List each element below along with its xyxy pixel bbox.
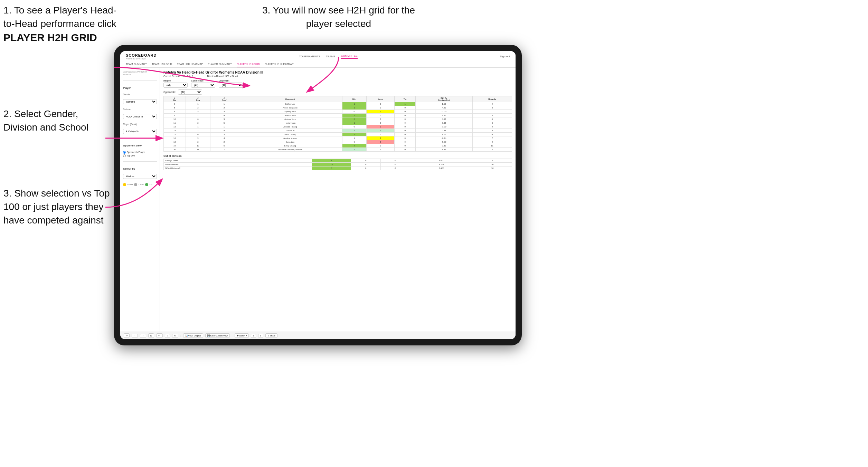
filter-region: Region (All) xyxy=(163,79,188,88)
cell-rounds: 4 xyxy=(472,133,512,136)
cell-loss: 1 xyxy=(366,110,395,114)
toolbar-grid[interactable]: ⊞ xyxy=(148,333,154,338)
cell-div: 3 xyxy=(164,102,186,106)
nav-committee[interactable]: COMMITTEE xyxy=(341,54,358,59)
cell-reg: 8 xyxy=(186,133,210,136)
cell-win: 0 xyxy=(342,125,366,129)
conference-filter-select[interactable]: (All) xyxy=(191,83,215,88)
legend-level-dot xyxy=(134,183,137,186)
radio-top100[interactable]: Top 100 xyxy=(123,154,157,157)
cell-tie: 0 xyxy=(395,133,416,136)
out-cell-diff: 7.400 xyxy=(410,166,473,170)
subnav-player-h2h-grid[interactable]: PLAYER H2H GRID xyxy=(237,63,260,67)
region-filter-select[interactable]: (All) xyxy=(163,83,188,88)
cell-rounds: 4 xyxy=(472,117,512,121)
colour-legend: Down Level Up xyxy=(123,183,157,186)
table-row: 14 7 4 Eunice Yi 2 2 0 0.38 9 xyxy=(164,129,512,133)
opponents-select[interactable]: (All) xyxy=(178,89,202,95)
table-row: 20 11 7 Federica Domecq Lacroze 2 1 0 1.… xyxy=(164,148,512,152)
cell-loss: 0 xyxy=(366,114,395,117)
cell-div: 18 xyxy=(164,140,186,144)
table-row: 13 1 1 Jessica Huang 0 1 0 -3.00 2 xyxy=(164,125,512,129)
cell-rounds: 2 xyxy=(472,140,512,144)
cell-loss: 0 xyxy=(366,133,395,136)
cell-diff: 0.38 xyxy=(415,129,472,133)
toolbar-circle[interactable]: ○ xyxy=(165,334,170,338)
cell-rounds xyxy=(472,110,512,114)
division-select[interactable]: NCAA Division III xyxy=(123,114,157,119)
cell-diff: 3.33 xyxy=(415,121,472,125)
legend-down-dot xyxy=(123,183,126,186)
cell-win: 4 xyxy=(342,144,366,148)
toolbar-timer[interactable]: ⏱ xyxy=(172,334,178,338)
nav-tournaments[interactable]: TOURNAMENTS xyxy=(299,55,320,58)
th-diff: Diff AvStrokes/Rnd xyxy=(415,96,472,102)
opponent-label: Opponent xyxy=(219,79,243,82)
cell-opponent: Sydney Kuo xyxy=(238,110,342,114)
logo-title: SCOREBOARD xyxy=(126,53,157,57)
sign-out[interactable]: Sign out xyxy=(500,55,510,58)
out-cell-loss: 0 xyxy=(351,163,380,166)
out-table-row: NAIA Division 1 15 0 0 9.267 30 xyxy=(164,163,512,166)
cell-div: 16 xyxy=(164,136,186,140)
sidebar-timestamp: Last Updated: 27/03/2024 16:55:38 xyxy=(123,70,157,76)
radio-opponents-played[interactable]: Opponents Played xyxy=(123,151,157,154)
out-cell-name: NAIA Division 1 xyxy=(164,163,312,166)
toolbar-share[interactable]: ⇧ Share xyxy=(265,333,277,338)
subnav-team-h2h-grid[interactable]: TEAM H2H GRID xyxy=(152,63,172,67)
cell-win: 2 xyxy=(342,148,366,152)
sidebar-opponent-view-label: Opponent view xyxy=(123,144,157,147)
cell-opponent: Emily Chang xyxy=(238,144,342,148)
toolbar-save-custom[interactable]: 💾 Save Custom View xyxy=(205,333,230,338)
cell-reg: 3 xyxy=(186,110,210,114)
toolbar-back[interactable]: ← xyxy=(132,334,138,338)
toolbar-view-original[interactable]: 📊 View: Original xyxy=(183,333,203,338)
sidebar: Last Updated: 27/03/2024 16:55:38 Player… xyxy=(120,68,160,332)
cell-opponent: Alexis Sudjianto xyxy=(238,106,342,110)
cell-reg: 2 xyxy=(186,140,210,144)
cell-conf: 2 xyxy=(210,106,238,110)
player-rank-select[interactable]: 8. Katelyn Vo xyxy=(123,129,157,134)
colour-select[interactable]: Win/loss xyxy=(123,174,157,179)
cell-div: 9 xyxy=(164,114,186,117)
toolbar-undo[interactable]: ↩ xyxy=(124,333,130,338)
subnav-player-h2h-heatmap[interactable]: PLAYER H2H HEATMAP xyxy=(265,63,294,67)
legend-up-label: Up xyxy=(150,183,152,185)
cell-tie: 0 xyxy=(395,140,416,144)
cell-loss: 0 xyxy=(366,144,395,148)
cell-win: 2 xyxy=(342,117,366,121)
toolbar-undo2[interactable]: ↩· xyxy=(156,333,163,338)
nav-teams[interactable]: TEAMS xyxy=(326,55,336,58)
cell-tie: 0 xyxy=(395,110,416,114)
cell-div: 11 xyxy=(164,121,186,125)
navbar: SCOREBOARD Powered by clippd TOURNAMENTS… xyxy=(120,51,516,68)
cell-reg: 1 xyxy=(186,125,210,129)
cell-loss: 0 xyxy=(366,106,395,110)
subnav-team-h2h-heatmap[interactable]: TEAM H2H HEATMAP xyxy=(177,63,203,67)
toolbar-layout[interactable]: ↕ xyxy=(251,334,256,338)
cell-rounds: 11 xyxy=(472,144,512,148)
toolbar-menu[interactable]: ≡ xyxy=(258,334,264,338)
step1-text: 1. To see a Player's Head-to-Head perfor… xyxy=(3,5,116,29)
table-row: 11 2 5 Heejo Hyun 1 0 0 3.33 3 xyxy=(164,121,512,125)
grid-subtitle: Overall Record: 353 - 34 - 6 Division Re… xyxy=(163,75,512,77)
cell-rounds: 3 xyxy=(472,114,512,117)
cell-win: 1 xyxy=(342,133,366,136)
cell-div: 14 xyxy=(164,129,186,133)
gender-select[interactable]: Women's xyxy=(123,99,157,104)
cell-div: 5 xyxy=(164,106,186,110)
subnav-team-summary[interactable]: TEAM SUMMARY xyxy=(126,63,147,67)
cell-opponent: Federica Domecq Lacroze xyxy=(238,148,342,152)
toolbar-watch[interactable]: 👁 Watch ▾ xyxy=(235,333,249,338)
cell-opponent: Heejo Hyun xyxy=(238,121,342,125)
cell-conf: 1 xyxy=(210,102,238,106)
cell-diff: 4.00 xyxy=(415,106,472,110)
opponent-filter-select[interactable]: (All) xyxy=(219,83,243,88)
sidebar-playerrank-label: Player (Rank) xyxy=(123,123,157,125)
toolbar-forward[interactable]: → xyxy=(140,334,146,338)
out-cell-tie: 0 xyxy=(380,166,410,170)
cell-tie: 0 xyxy=(395,117,416,121)
cell-tie: 0 xyxy=(395,129,416,133)
out-table-row: Foreign Team 1 0 0 4.500 2 xyxy=(164,159,512,163)
subnav-player-summary[interactable]: PLAYER SUMMARY xyxy=(208,63,232,67)
